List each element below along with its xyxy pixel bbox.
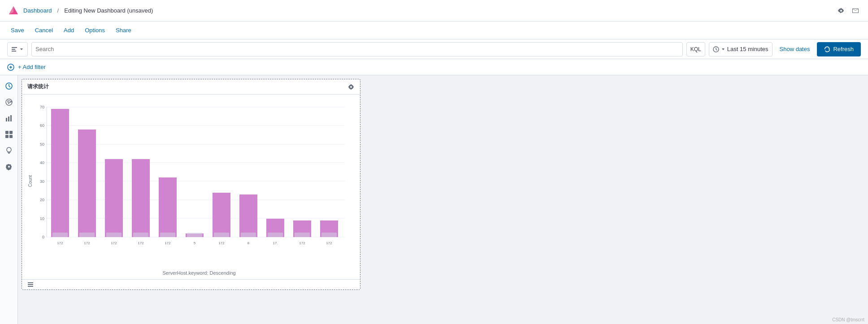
svg-rect-47 <box>187 233 202 237</box>
bar-4 <box>132 159 150 237</box>
svg-text:0: 0 <box>42 235 44 239</box>
search-input[interactable] <box>35 46 679 52</box>
panel-title: 请求统计 <box>27 83 49 91</box>
panel-footer-icon-button[interactable] <box>27 281 34 288</box>
options-button[interactable]: Options <box>81 25 108 35</box>
svg-rect-4 <box>12 51 16 52</box>
svg-rect-49 <box>214 233 229 237</box>
svg-rect-55 <box>295 233 310 237</box>
svg-rect-59 <box>28 284 33 285</box>
sidebar-item-settings[interactable] <box>2 160 16 174</box>
refresh-button[interactable]: Refresh <box>817 42 861 56</box>
svg-text:172: 172 <box>326 241 332 245</box>
svg-rect-39 <box>79 233 95 237</box>
svg-rect-43 <box>133 233 148 237</box>
svg-text:60: 60 <box>40 123 44 128</box>
svg-text:Count: Count <box>28 175 33 187</box>
save-button[interactable]: Save <box>7 25 28 35</box>
sidebar-item-chart[interactable] <box>2 111 16 125</box>
svg-rect-45 <box>160 233 175 237</box>
svg-rect-57 <box>321 233 337 237</box>
svg-text:172: 172 <box>57 241 63 245</box>
settings-button[interactable] <box>836 5 846 16</box>
svg-rect-17 <box>9 135 13 138</box>
panel-footer <box>22 279 360 289</box>
svg-rect-58 <box>28 282 33 283</box>
dashboard-content: 请求统计 Count <box>18 75 868 324</box>
svg-text:5: 5 <box>194 241 196 245</box>
svg-text:172: 172 <box>138 241 144 245</box>
sidebar-item-dashboard[interactable] <box>2 127 16 142</box>
time-picker[interactable]: Last 15 minutes <box>709 42 773 56</box>
watermark: CSDN @tmscrrt <box>832 317 864 322</box>
bar-3 <box>105 159 123 237</box>
add-button[interactable]: Add <box>60 25 78 35</box>
action-bar: Save Cancel Add Options Share <box>0 22 868 39</box>
svg-text:172: 172 <box>218 241 225 245</box>
breadcrumb-section: Dashboard / Editing New Dashboard (unsav… <box>7 4 153 17</box>
filter-icon-button[interactable] <box>7 64 14 71</box>
add-filter-label: + Add filter <box>18 64 46 70</box>
main-layout: 请求统计 Count <box>0 75 868 324</box>
svg-text:20: 20 <box>40 198 44 202</box>
svg-rect-14 <box>5 131 9 134</box>
panel-gear-button[interactable] <box>347 83 355 91</box>
sidebar <box>0 75 18 324</box>
svg-rect-2 <box>12 47 17 48</box>
svg-rect-11 <box>6 118 7 121</box>
chart-area: Count 0 10 20 <box>22 95 360 279</box>
search-type-button[interactable] <box>7 42 28 56</box>
bar-chart: Count 0 10 20 <box>26 98 355 259</box>
chart-container: Count 0 10 20 <box>26 98 355 268</box>
panel-header: 请求统计 <box>22 79 360 95</box>
breadcrumb-current: Editing New Dashboard (unsaved) <box>64 7 153 14</box>
cancel-button[interactable]: Cancel <box>31 25 56 35</box>
bar-1 <box>51 109 69 237</box>
share-button[interactable]: Share <box>112 25 135 35</box>
top-bar-actions <box>836 5 861 16</box>
svg-text:40: 40 <box>40 160 44 165</box>
app-logo <box>7 4 20 17</box>
breadcrumb-separator: / <box>57 7 59 14</box>
refresh-label: Refresh <box>833 46 854 52</box>
svg-text:8: 8 <box>247 241 250 245</box>
svg-text:10: 10 <box>40 216 44 221</box>
x-axis-label: ServerHost.keyword: Descending <box>43 270 355 276</box>
search-bar: KQL Last 15 minutes Show dates Refresh <box>0 39 868 59</box>
svg-rect-3 <box>12 49 15 50</box>
top-bar: Dashboard / Editing New Dashboard (unsav… <box>0 0 868 22</box>
bar-8 <box>239 194 257 237</box>
svg-rect-37 <box>52 233 68 237</box>
svg-text:30: 30 <box>40 179 44 184</box>
svg-text:17.: 17. <box>273 241 278 245</box>
svg-rect-60 <box>28 286 33 287</box>
bar-5 <box>159 177 177 237</box>
kql-badge[interactable]: KQL <box>686 42 705 56</box>
svg-text:172: 172 <box>299 241 305 245</box>
show-dates-button[interactable]: Show dates <box>776 44 814 54</box>
bar-7 <box>213 193 230 237</box>
svg-rect-13 <box>10 115 12 121</box>
svg-rect-53 <box>268 233 283 237</box>
sidebar-item-bulb[interactable] <box>2 143 16 158</box>
sidebar-item-compass[interactable] <box>2 95 16 109</box>
svg-rect-16 <box>5 135 9 138</box>
svg-rect-41 <box>106 233 122 237</box>
svg-text:172: 172 <box>84 241 90 245</box>
svg-rect-15 <box>9 131 13 134</box>
svg-rect-12 <box>8 117 9 121</box>
search-input-wrapper <box>31 42 683 56</box>
svg-text:172: 172 <box>165 241 171 245</box>
svg-text:70: 70 <box>40 105 44 109</box>
filter-bar: + Add filter <box>0 59 868 75</box>
add-filter-button[interactable]: + Add filter <box>18 64 46 70</box>
mail-button[interactable] <box>850 5 861 16</box>
bar-2 <box>78 130 96 237</box>
time-range-label: Last 15 minutes <box>727 46 768 52</box>
svg-text:172: 172 <box>111 241 117 245</box>
sidebar-item-clock[interactable] <box>2 79 16 93</box>
panel: 请求统计 Count <box>22 79 360 290</box>
breadcrumb-parent[interactable]: Dashboard <box>23 7 52 14</box>
svg-rect-51 <box>241 233 256 237</box>
svg-text:50: 50 <box>40 142 44 147</box>
